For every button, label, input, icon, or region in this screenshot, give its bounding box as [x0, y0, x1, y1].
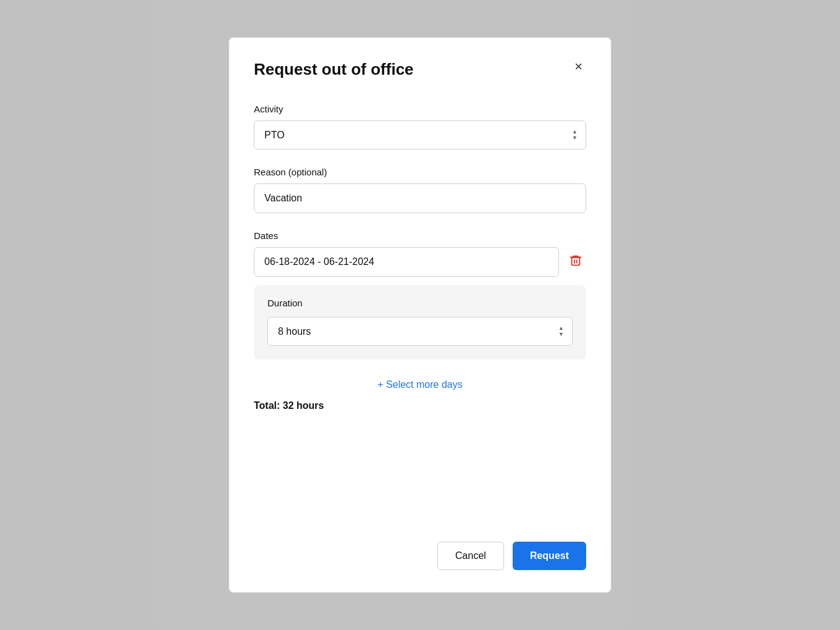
dates-row	[254, 247, 586, 277]
duration-select-wrapper: 8 hours 4 hours 2 hours 1 hour ▲ ▼	[267, 317, 573, 346]
activity-select[interactable]: PTO Sick Leave Personal Other	[254, 120, 586, 149]
request-button[interactable]: Request	[513, 542, 586, 570]
delete-date-button[interactable]	[565, 250, 586, 274]
close-button[interactable]: ×	[571, 59, 586, 75]
reason-section: Reason (optional)	[254, 167, 586, 213]
modal-footer: Cancel Request	[254, 542, 586, 570]
cancel-button[interactable]: Cancel	[437, 542, 504, 570]
modal-dialog: Request out of office × Activity PTO Sic…	[229, 37, 611, 593]
duration-label: Duration	[267, 298, 573, 308]
dates-input[interactable]	[254, 247, 559, 277]
activity-select-wrapper: PTO Sick Leave Personal Other ▲ ▼	[254, 120, 586, 149]
modal-header: Request out of office ×	[254, 60, 586, 79]
dates-section: Dates	[254, 230, 586, 359]
dates-label: Dates	[254, 230, 586, 241]
reason-input[interactable]	[254, 183, 586, 213]
modal-overlay: Request out of office × Activity PTO Sic…	[0, 0, 840, 630]
svg-rect-0	[572, 257, 580, 265]
modal-title: Request out of office	[254, 60, 414, 79]
total-hours: Total: 32 hours	[254, 400, 586, 411]
reason-label: Reason (optional)	[254, 167, 586, 177]
activity-label: Activity	[254, 104, 586, 114]
select-more-days-button[interactable]: + Select more days	[254, 379, 586, 390]
dates-input-wrapper	[254, 247, 559, 277]
trash-icon	[569, 254, 582, 271]
activity-section: Activity PTO Sick Leave Personal Other ▲…	[254, 104, 586, 149]
duration-box: Duration 8 hours 4 hours 2 hours 1 hour …	[254, 285, 586, 359]
duration-select[interactable]: 8 hours 4 hours 2 hours 1 hour	[267, 317, 573, 346]
